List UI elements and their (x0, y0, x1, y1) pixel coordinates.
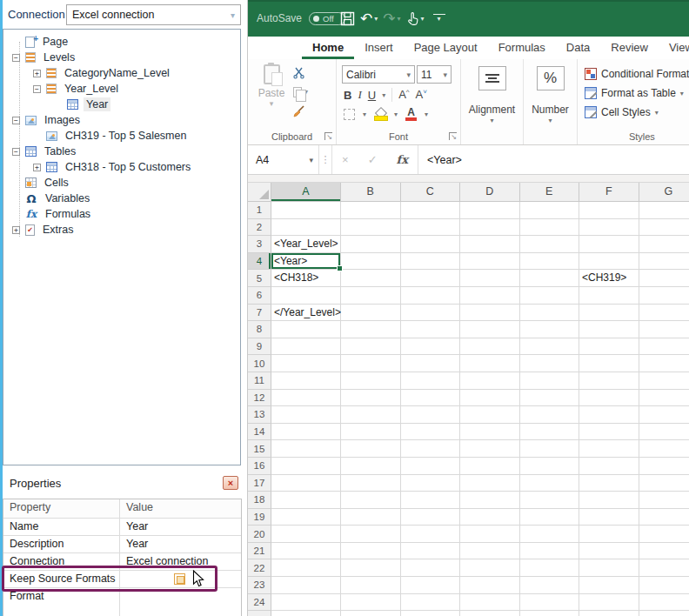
grid-cell[interactable] (341, 406, 401, 424)
close-icon[interactable]: × (223, 476, 238, 490)
grid-cell[interactable] (341, 475, 401, 492)
grid-cell[interactable] (460, 390, 520, 407)
grid-cell[interactable] (520, 390, 580, 407)
column-header-e[interactable]: E (520, 183, 580, 202)
grid-cell[interactable] (341, 236, 401, 253)
grid-cell[interactable] (401, 559, 461, 577)
grid-cell[interactable] (520, 219, 580, 237)
expander-icon[interactable]: − (33, 85, 41, 93)
tab-home[interactable]: Home (302, 37, 354, 59)
grid-cell[interactable] (271, 355, 341, 372)
grid-cell[interactable] (460, 219, 520, 237)
grid-cell[interactable] (639, 492, 689, 509)
grid-cell[interactable] (271, 492, 341, 509)
tree-item-variables[interactable]: ΩVariables (3, 191, 240, 206)
grid-cell[interactable] (579, 390, 639, 407)
grid-cell[interactable] (460, 492, 520, 509)
tree-item-year[interactable]: Year (3, 97, 240, 112)
row-header-3[interactable]: 3 (248, 236, 271, 253)
paste-button[interactable]: Paste ▾ (255, 64, 288, 108)
grid-cell[interactable] (579, 236, 639, 253)
tree-item-extras[interactable]: +✔Extras (3, 222, 240, 238)
grid-cell[interactable] (520, 338, 580, 356)
autosave-control[interactable]: AutoSave Off (257, 0, 345, 37)
grid-cell[interactable] (460, 424, 520, 441)
grid-cell[interactable] (579, 424, 639, 441)
grid-cell[interactable] (579, 305, 639, 322)
grid-cell[interactable] (271, 202, 341, 219)
grid-cell[interactable] (341, 219, 401, 237)
chevron-down-icon[interactable]: ▾ (363, 110, 366, 118)
row-header-1[interactable]: 1 (248, 202, 271, 219)
grid-cell[interactable] (271, 559, 341, 577)
grid-cell[interactable] (460, 526, 520, 543)
grid-cell[interactable] (579, 611, 639, 616)
grid-cell[interactable] (341, 321, 401, 338)
decrease-font-size-button[interactable]: A˅ (416, 88, 427, 101)
grid-cell[interactable] (401, 253, 461, 271)
expander-icon[interactable]: − (12, 54, 20, 62)
grid-cell[interactable] (579, 338, 639, 356)
grid-cell[interactable] (341, 372, 401, 390)
font-name-dropdown[interactable]: Calibri ▾ (342, 65, 415, 84)
grid-cell[interactable] (639, 355, 689, 372)
row-header-14[interactable]: 14 (248, 424, 271, 441)
property-row-name[interactable]: NameYear (3, 518, 241, 535)
grid-cell[interactable] (639, 424, 689, 441)
grid-cell[interactable] (639, 338, 689, 356)
underline-button[interactable]: U (368, 89, 376, 102)
grid-cell[interactable] (460, 559, 520, 577)
grid-cell[interactable] (520, 559, 580, 577)
grid-cell[interactable] (341, 509, 401, 526)
number-button[interactable]: % (537, 66, 565, 90)
grid-cell[interactable] (460, 406, 520, 424)
alignment-group[interactable]: Alignment ▾ (461, 59, 524, 144)
name-box[interactable]: A4 ▾ (248, 145, 319, 174)
grid-cell[interactable] (579, 543, 639, 560)
row-header-22[interactable]: 22 (248, 559, 271, 577)
cell-styles-button[interactable]: Cell Styles▾ (585, 104, 689, 121)
tree-item-categoryname-level[interactable]: +CategoryName_Level (3, 65, 240, 81)
grid-cell[interactable]: </Year_Level> (271, 305, 341, 322)
column-header-b[interactable]: B (341, 183, 401, 202)
grid-cell[interactable] (579, 594, 639, 612)
row-header-4[interactable]: 4 (248, 253, 271, 271)
chevron-down-icon[interactable]: ▾ (374, 15, 378, 23)
select-all-corner[interactable] (248, 183, 271, 202)
grid-cell[interactable] (341, 526, 401, 543)
expander-icon[interactable]: − (12, 117, 20, 124)
grid-cell[interactable] (460, 321, 520, 338)
grid-cell[interactable] (341, 253, 401, 271)
row-header-18[interactable]: 18 (248, 492, 271, 509)
row-header-6[interactable]: 6 (248, 287, 271, 305)
expander-icon[interactable]: − (12, 148, 20, 156)
grid-cell[interactable] (520, 287, 580, 305)
grid-cell[interactable] (520, 509, 580, 526)
grid-cell[interactable] (460, 577, 520, 594)
format-painter-button[interactable] (293, 104, 308, 117)
grid-cell[interactable] (520, 611, 580, 616)
chevron-down-icon[interactable]: ▾ (255, 99, 288, 108)
increase-font-size-button[interactable]: A^ (398, 88, 409, 101)
undo-button[interactable]: ↶ ▾ (360, 11, 378, 26)
grid-cell[interactable] (460, 270, 520, 287)
formula-bar-handle[interactable]: ⋮ (319, 145, 331, 174)
formula-input[interactable]: <Year> (418, 145, 689, 174)
connection-dropdown[interactable]: Excel connection ▾ (66, 4, 241, 25)
chevron-down-icon[interactable]: ▾ (309, 156, 313, 164)
grid-cell[interactable] (271, 543, 341, 560)
grid-cell[interactable] (401, 390, 461, 407)
grid-cell[interactable] (271, 440, 341, 458)
property-row-format[interactable]: Format (3, 587, 241, 605)
grid-cell[interactable] (271, 406, 341, 424)
grid-cell[interactable] (341, 287, 401, 305)
chevron-down-icon[interactable]: ▾ (461, 117, 523, 124)
grid-cell[interactable] (341, 440, 401, 458)
column-header-f[interactable]: F (579, 183, 639, 202)
grid-cell[interactable] (639, 458, 689, 475)
grid-cell[interactable] (639, 270, 689, 287)
grid-cell[interactable] (271, 577, 341, 594)
bold-button[interactable]: B (344, 89, 351, 102)
grid-cell[interactable] (639, 406, 689, 424)
tab-view[interactable]: View (659, 37, 689, 59)
